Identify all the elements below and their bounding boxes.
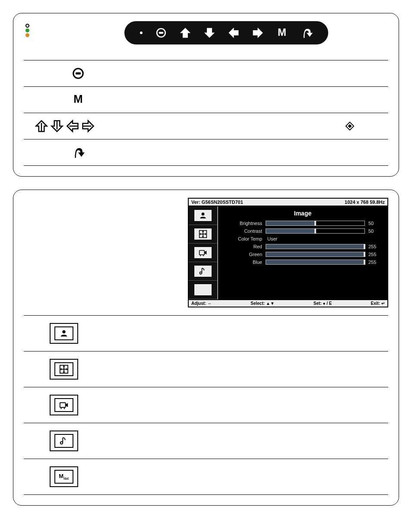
up-icon[interactable]: [180, 27, 191, 38]
menu-icon-video: [50, 395, 78, 415]
osd-tab-image[interactable]: [189, 206, 217, 225]
dot-icon: [140, 32, 143, 34]
osd-item-value: 50: [368, 221, 383, 226]
slider-track[interactable]: [266, 228, 365, 234]
right-icon: [82, 120, 95, 133]
right-icon[interactable]: [252, 27, 263, 38]
slider-track[interactable]: [266, 221, 365, 226]
led-green-icon: [25, 28, 29, 32]
key-row-arrows: [24, 113, 388, 139]
image-icon: [59, 329, 69, 338]
geometry-icon: [59, 364, 69, 374]
osd-item-value: 50: [368, 228, 383, 234]
menu-icon-geometry: [50, 359, 78, 380]
osd-footer-exit: Exit: ↵: [371, 301, 385, 306]
osd-tab-geometry[interactable]: [189, 225, 217, 244]
status-leds: [25, 24, 29, 37]
osd-item-red[interactable]: Red255: [222, 243, 383, 250]
menu-list: Misc: [24, 315, 388, 495]
menu-row-audio: [24, 423, 388, 459]
audio-icon: [59, 436, 69, 446]
key-table: [24, 60, 388, 166]
osd-window: Ver: G56SN20SSTD701 1024 x 768 59.8Hz Mi…: [188, 198, 388, 307]
osd-item-contrast[interactable]: Contrast50: [222, 227, 383, 235]
power-icon[interactable]: [155, 27, 167, 38]
slider-track[interactable]: [266, 260, 365, 265]
controls-panel: [13, 13, 399, 177]
osd-tab-audio[interactable]: [189, 262, 217, 281]
osd-footer-adjust: Adjust: ↔: [191, 301, 212, 306]
up-icon: [35, 120, 48, 133]
osd-footer-select: Select: ▲▼: [250, 301, 274, 306]
osd-tab-misc[interactable]: Misc: [189, 281, 217, 299]
osd-item-label: Blue: [222, 260, 262, 265]
led-off-icon: [25, 24, 29, 28]
osd-footer-set: Set: ● / E: [314, 301, 332, 306]
menu-row-misc: Misc: [24, 459, 388, 495]
led-orange-icon: [25, 33, 29, 37]
osd-item-label: Color Temp: [222, 236, 262, 241]
slider-track[interactable]: [266, 244, 365, 249]
key-row-power: [24, 60, 388, 86]
menu-row-image: [24, 315, 388, 352]
osd-item-green[interactable]: Green255: [222, 250, 383, 258]
key-row-menu: [24, 86, 388, 113]
menu-icon[interactable]: [276, 27, 288, 38]
geometry-icon: [199, 230, 207, 238]
key-row-exit: [24, 139, 388, 166]
osd-panel: Ver: G56SN20SSTD701 1024 x 768 59.8Hz Mi…: [13, 190, 399, 506]
menu-icon: [72, 94, 84, 106]
menu-row-geometry: [24, 352, 388, 387]
left-icon: [66, 120, 79, 133]
slider-track[interactable]: [266, 252, 365, 257]
osd-item-value: 255: [368, 260, 383, 265]
osd-item-value: User: [267, 236, 277, 241]
down-icon: [51, 120, 63, 133]
osd-resolution: 1024 x 768 59.8Hz: [345, 200, 385, 205]
svg-point-29: [140, 32, 143, 34]
video-input-icon: [199, 248, 207, 257]
osd-version: Ver: G56SN20SSTD701: [191, 200, 243, 205]
left-icon[interactable]: [228, 27, 239, 38]
osd-item-label: Red: [222, 244, 262, 249]
osd-item-brightness[interactable]: Brightness50: [222, 219, 383, 227]
menu-icon-audio: [50, 431, 78, 451]
osd-item-blue[interactable]: Blue255: [222, 258, 383, 266]
osd-tab-video[interactable]: [189, 244, 217, 262]
menu-icon-misc: Misc: [50, 466, 78, 487]
audio-icon: [199, 267, 207, 276]
exit-icon: [72, 146, 85, 159]
osd-footer: Adjust: ↔ Select: ▲▼ Set: ● / E Exit: ↵: [189, 299, 387, 307]
osd-item-label: Green: [222, 252, 262, 257]
button-strip: [124, 21, 328, 44]
image-icon: [199, 211, 207, 220]
osd-tabs: Misc: [189, 206, 218, 299]
video-input-icon: [59, 400, 69, 410]
osd-item-label: Contrast: [222, 228, 262, 234]
misc-icon: Misc: [198, 286, 208, 294]
menu-icon-image: [50, 323, 78, 344]
power-icon: [72, 67, 85, 80]
osd-item-value: 255: [368, 252, 383, 257]
down-icon[interactable]: [204, 27, 215, 38]
diamond-icon: [345, 121, 355, 131]
misc-icon: Misc: [59, 473, 69, 481]
osd-item-value: 255: [368, 244, 383, 249]
menu-row-video: [24, 387, 388, 423]
osd-item-color-temp[interactable]: Color TempUser: [222, 235, 383, 243]
osd-item-label: Brightness: [222, 221, 262, 226]
osd-title: Image: [222, 208, 383, 219]
exit-icon[interactable]: [301, 27, 313, 39]
